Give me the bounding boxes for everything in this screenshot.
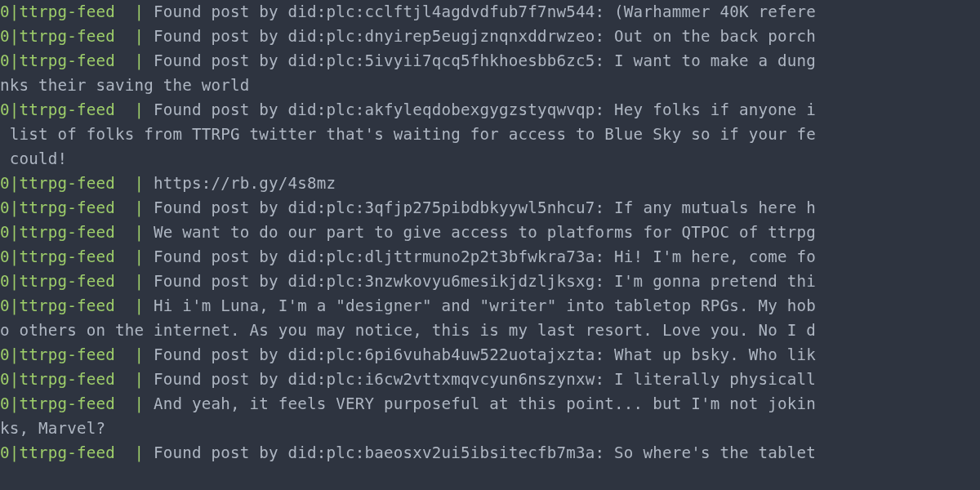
log-text: could! (0, 149, 67, 168)
process-prefix: 0|ttrpg-feed | (0, 51, 154, 70)
log-text: Found post by did:plc:dnyirep5eugjznqnxd… (154, 27, 816, 46)
log-text: ks, Marvel? (0, 419, 105, 438)
log-text: list of folks from TTRPG twitter that's … (0, 125, 816, 144)
log-line: 0|ttrpg-feed | Found post by did:plc:dlj… (0, 245, 980, 270)
log-line: 0|ttrpg-feed | https://rb.gy/4s8mz (0, 172, 980, 196)
process-prefix: 0|ttrpg-feed | (0, 370, 154, 389)
log-text: Found post by did:plc:akfyleqdobexgygzst… (154, 100, 816, 119)
process-prefix: 0|ttrpg-feed | (0, 272, 154, 291)
process-prefix: 0|ttrpg-feed | (0, 27, 154, 46)
log-line: 0|ttrpg-feed | And yeah, it feels VERY p… (0, 392, 980, 416)
terminal-output: 0|ttrpg-feed | Found post by did:plc:ccl… (0, 0, 980, 466)
log-text: nks their saving the world (0, 76, 250, 95)
log-text: Found post by did:plc:6pi6vuhab4uw522uot… (154, 345, 816, 364)
process-prefix: 0|ttrpg-feed | (0, 223, 154, 242)
process-prefix: 0|ttrpg-feed | (0, 100, 154, 119)
process-prefix: 0|ttrpg-feed | (0, 247, 154, 266)
log-line: 0|ttrpg-feed | Found post by did:plc:5iv… (0, 49, 980, 74)
log-text: Found post by did:plc:baeosxv2ui5ibsitec… (154, 443, 816, 462)
log-line: ks, Marvel? (0, 416, 980, 441)
process-prefix: 0|ttrpg-feed | (0, 296, 154, 315)
log-text: Hi i'm Luna, I'm a "designer" and "write… (154, 296, 816, 315)
log-text: https://rb.gy/4s8mz (154, 174, 336, 193)
log-line: 0|ttrpg-feed | Found post by did:plc:6pi… (0, 343, 980, 368)
log-text: Found post by did:plc:5ivyii7qcq5fhkhoes… (154, 51, 816, 70)
log-text: Found post by did:plc:3qfjp275pibdbkyywl… (154, 198, 816, 217)
log-line: 0|ttrpg-feed | Found post by did:plc:3qf… (0, 196, 980, 220)
log-line: 0|ttrpg-feed | Found post by did:plc:akf… (0, 98, 980, 122)
process-prefix: 0|ttrpg-feed | (0, 394, 154, 413)
log-line: 0|ttrpg-feed | Found post by did:plc:ccl… (0, 0, 980, 24)
log-line: list of folks from TTRPG twitter that's … (0, 122, 980, 147)
log-text: Found post by did:plc:i6cw2vttxmqvcyun6n… (154, 370, 816, 389)
log-line: nks their saving the world (0, 74, 980, 98)
log-text: Found post by did:plc:cclftjl4agdvdfub7f… (154, 2, 816, 21)
log-line: o others on the internet. As you may not… (0, 318, 980, 343)
log-text: Found post by did:plc:dljttrmuno2p2t3bfw… (154, 247, 816, 266)
log-text: Found post by did:plc:3nzwkovyu6mesikjdz… (154, 272, 816, 291)
log-text: We want to do our part to give access to… (154, 223, 816, 242)
process-prefix: 0|ttrpg-feed | (0, 174, 154, 193)
process-prefix: 0|ttrpg-feed | (0, 345, 154, 364)
process-prefix: 0|ttrpg-feed | (0, 2, 154, 21)
log-line: 0|ttrpg-feed | We want to do our part to… (0, 220, 980, 245)
process-prefix: 0|ttrpg-feed | (0, 443, 154, 462)
log-line: could! (0, 147, 980, 172)
log-text: o others on the internet. As you may not… (0, 321, 816, 340)
log-line: 0|ttrpg-feed | Found post by did:plc:bae… (0, 441, 980, 466)
log-line: 0|ttrpg-feed | Hi i'm Luna, I'm a "desig… (0, 294, 980, 318)
log-line: 0|ttrpg-feed | Found post by did:plc:3nz… (0, 270, 980, 294)
log-line: 0|ttrpg-feed | Found post by did:plc:dny… (0, 24, 980, 49)
process-prefix: 0|ttrpg-feed | (0, 198, 154, 217)
log-text: And yeah, it feels VERY purposeful at th… (154, 394, 816, 413)
log-line: 0|ttrpg-feed | Found post by did:plc:i6c… (0, 368, 980, 392)
